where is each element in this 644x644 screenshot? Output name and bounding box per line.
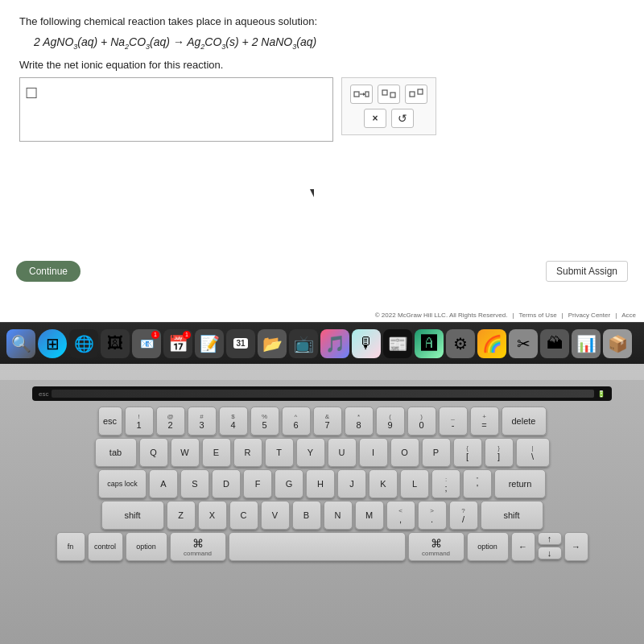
dock-bar: 🔍 ⊞ 🌐 🖼 📧 1 📅 1 📝 31 📂 📺 🎵 🎙 📰 🅰 ⚙ 🌈 ✂ 🏔… [0,322,644,364]
key-shift-right[interactable]: shift [481,501,543,530]
key-control[interactable]: control [88,532,123,561]
key-r[interactable]: R [233,438,262,467]
key-comma[interactable]: <, [386,501,415,530]
key-h[interactable]: H [306,469,335,498]
dock-icon-files[interactable]: 📂 [258,329,287,358]
key-plus[interactable]: += [470,407,499,436]
key-n[interactable]: N [324,501,353,530]
key-z[interactable]: Z [167,501,196,530]
copyright-text: © 2022 McGraw Hill LLC. All Rights Reser… [375,312,508,319]
key-option-left[interactable]: option [126,532,167,561]
key-l[interactable]: L [400,469,429,498]
dock-icon-chrome[interactable]: 🌈 [477,329,506,358]
dock-icon-scissors[interactable]: ✂ [509,329,538,358]
key-w[interactable]: W [171,438,200,467]
key-g[interactable]: G [275,469,303,498]
key-minus[interactable]: _- [439,407,468,436]
key-t[interactable]: T [265,438,294,467]
dock-icon-triangle[interactable]: 🏔 [540,329,569,358]
key-capslock[interactable]: caps lock [98,469,147,498]
dock-icon-news[interactable]: 📰 [383,329,412,358]
input-area-wrapper: ☐ [19,77,625,142]
answer-input-box[interactable]: ☐ [19,77,333,142]
key-period[interactable]: >. [418,501,447,530]
key-q[interactable]: Q [139,438,168,467]
key-a[interactable]: A [149,469,178,498]
key-1[interactable]: !1 [125,407,154,436]
key-command-left[interactable]: ⌘ command [170,532,226,561]
key-delete[interactable]: delete [502,407,547,436]
key-esc[interactable]: esc [98,407,122,436]
dock-icon-settings[interactable]: ⚙ [446,329,475,358]
submit-assign-button[interactable]: Submit Assign [546,261,628,282]
key-j[interactable]: J [337,469,366,498]
key-y[interactable]: Y [296,438,325,467]
key-arrow-left[interactable]: ← [511,532,535,561]
key-b[interactable]: B [292,501,321,530]
dock-icon-finder[interactable]: 🔍 [6,329,35,358]
touch-bar[interactable]: esc 🔋 [32,386,612,401]
key-e[interactable]: E [202,438,231,467]
dock-icon-unknown1[interactable]: 📊 [572,329,601,358]
key-o[interactable]: O [390,438,419,467]
dock-icon-a[interactable]: 🅰 [415,329,444,358]
key-5[interactable]: %5 [250,407,279,436]
acce-link[interactable]: Acce [621,312,636,319]
dock-icon-mail[interactable]: 📧 1 [132,329,161,358]
dock-icon-unknown2[interactable]: 📦 [603,329,632,358]
key-fn[interactable]: fn [56,532,85,561]
key-option-right[interactable]: option [467,532,509,561]
dock-icon-appletv[interactable]: 📺 [289,329,318,358]
key-4[interactable]: $4 [219,407,248,436]
key-f[interactable]: F [243,469,272,498]
key-arrow-right[interactable]: → [564,532,588,561]
dock-icon-launchpad[interactable]: ⊞ [38,329,67,358]
key-c[interactable]: C [229,501,258,530]
dock-icon-notes[interactable]: 📝 [195,329,224,358]
key-v[interactable]: V [261,501,290,530]
key-semicolon[interactable]: :; [431,469,460,498]
key-9[interactable]: (9 [376,407,405,436]
toolbar-btn-undo[interactable]: ↺ [391,109,414,128]
key-backslash[interactable]: |\ [516,438,550,467]
key-u[interactable]: U [328,438,357,467]
dock-icon-music[interactable]: 🎵 [320,329,349,358]
key-d[interactable]: D [212,469,241,498]
key-slash[interactable]: ?/ [449,501,478,530]
key-shift-left[interactable]: shift [101,501,164,530]
toolbar-btn-subscript[interactable] [378,85,400,104]
key-7[interactable]: &7 [313,407,342,436]
key-0[interactable]: )0 [407,407,436,436]
key-arrow-up[interactable]: ↑ [538,532,562,545]
dock-icon-photos[interactable]: 🖼 [101,329,130,358]
key-bracketleft[interactable]: {[ [453,438,482,467]
dock-icon-calendar[interactable]: 📅 1 [163,329,192,358]
key-command-right[interactable]: ⌘ command [408,532,464,561]
terms-link[interactable]: Terms of Use [518,312,556,319]
key-k[interactable]: K [369,469,398,498]
key-quote[interactable]: "' [463,469,492,498]
key-m[interactable]: M [355,501,384,530]
key-x[interactable]: X [198,501,227,530]
key-tab[interactable]: tab [95,438,137,467]
key-p[interactable]: P [422,438,451,467]
key-return[interactable]: return [494,469,546,498]
key-i[interactable]: I [359,438,388,467]
toolbar-btn-reaction[interactable] [350,85,373,104]
dock-icon-calendar2[interactable]: 31 [226,329,255,358]
key-2[interactable]: @2 [156,407,185,436]
key-space[interactable] [229,532,406,561]
dock-icon-safari[interactable]: 🌐 [69,329,98,358]
key-8[interactable]: *8 [345,407,374,436]
toolbar-btn-clear[interactable]: × [364,109,386,128]
mouse-cursor [310,189,314,197]
key-s[interactable]: S [180,469,209,498]
key-arrow-down[interactable]: ↓ [538,547,562,559]
key-bracketright[interactable]: }] [485,438,514,467]
privacy-link[interactable]: Privacy Center [568,312,610,319]
key-3[interactable]: #3 [188,407,217,436]
key-6[interactable]: ^6 [282,407,311,436]
dock-icon-podcasts[interactable]: 🎙 [352,329,381,358]
toolbar-btn-superscript[interactable] [405,85,427,104]
continue-button[interactable]: Continue [16,261,80,282]
